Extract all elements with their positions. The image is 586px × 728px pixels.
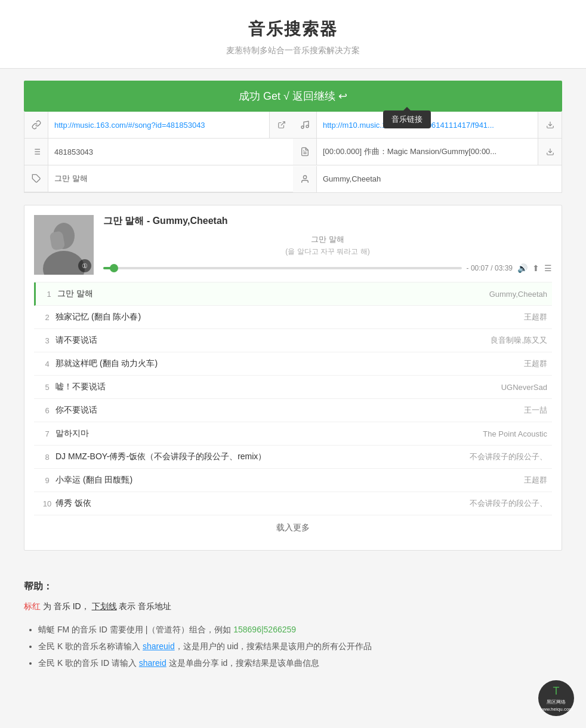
volume-icon[interactable]: 🔊	[517, 263, 528, 273]
help-shareid: shareid	[139, 658, 166, 668]
playlist-item[interactable]: 7말하지마The Point Acoustic	[34, 422, 552, 446]
playlist-item[interactable]: 9小幸运 (翻自 田馥甄)王超群	[34, 469, 552, 492]
music-icon	[293, 112, 317, 138]
help-shareuid: shareuid	[143, 641, 175, 651]
success-bar[interactable]: 成功 Get √ 返回继续 ↩	[24, 81, 562, 112]
player-card: ① 그만 말해 - Gummy,Cheetah 그만 말해 (을 알다고 자꾸 …	[24, 205, 562, 551]
playlist-name: 那就这样吧 (翻自 动力火车)	[55, 358, 524, 369]
track-title: 그만 말해 - Gummy,Cheetah	[103, 215, 552, 228]
playlist-item[interactable]: 3请不要说话良音制噪,陈又又	[34, 329, 552, 352]
playlist-name: 傅秀 饭依	[55, 498, 470, 509]
playlist-artist: 良音制噪,陈又又	[491, 335, 547, 346]
progress-bar-container: - 00:07 / 03:39 🔊 ⬆ ☰	[103, 263, 552, 273]
info-grid: http://music.163.com/#/song?id=481853043	[24, 112, 562, 193]
header-section: 音乐搜索器 麦葱特制多站合一音乐搜索解决方案	[0, 0, 586, 69]
playlist-name: 独家记忆 (翻自 陈小春)	[55, 312, 524, 322]
link-icon	[24, 112, 48, 138]
music-link-tooltip: 音乐链接	[383, 110, 431, 128]
playlist-artist: 不会讲段子的段公子、	[470, 498, 547, 509]
lyrics-line1: 그만 말해	[103, 234, 552, 246]
playlist-name: 你不要说话	[55, 405, 524, 416]
lyrics-value: [00:00.000] 作曲：Magic Mansion/Gummy[00:00…	[317, 146, 538, 157]
progress-track[interactable]	[103, 267, 462, 269]
info-row-id: 481853043	[24, 139, 293, 165]
help-title: 帮助：	[24, 580, 562, 593]
watermark-logo: T	[553, 684, 560, 695]
playlist-item[interactable]: 1그만 말해Gummy,Cheetah	[34, 282, 552, 306]
load-more-button[interactable]: 载入更多	[34, 515, 552, 540]
page-subtitle: 麦葱特制多站合一音乐搜索解决方案	[0, 45, 586, 56]
playlist-item[interactable]: 8DJ MMZ-BOY-傅秀-饭依（不会讲段子的段公子、remix）不会讲段子的…	[34, 446, 552, 469]
help-section: 帮助： 标红 为 音乐 ID， 下划线 表示 音乐地址 蜻蜓 FM 的音乐 ID…	[0, 580, 586, 671]
current-time: - 00:07	[467, 264, 489, 272]
help-list: 蜻蜓 FM 的音乐 ID 需要使用 |（管道符）组合，例如 158696|526…	[24, 621, 562, 671]
artist-value: Gummy,Cheetah	[317, 174, 562, 183]
playlist-name: 嘘！不要说话	[55, 382, 501, 392]
lyrics-display: 그만 말해 (을 알다고 자꾸 뭐라고 해)	[103, 234, 552, 257]
song-name-value: 그만 말해	[48, 173, 293, 184]
playlist-item[interactable]: 10傅秀 饭依不会讲段子的段公子、	[34, 492, 552, 515]
playlist-name: 请不要说话	[55, 335, 491, 346]
svg-point-14	[303, 176, 306, 179]
person-icon	[293, 166, 317, 192]
playlist-name: 말하지마	[55, 428, 483, 439]
playlist: 1그만 말해Gummy,Cheetah2独家记忆 (翻自 陈小春)王超群3请不要…	[34, 282, 552, 515]
help-red-text: 标红	[24, 601, 41, 611]
share-icon[interactable]: ⬆	[532, 263, 539, 273]
playlist-num: 2	[39, 313, 55, 322]
total-time: 03:39	[495, 264, 513, 272]
help-text-1: 为 音乐 ID，	[43, 601, 90, 611]
playlist-name: DJ MMZ-BOY-傅秀-饭依（不会讲段子的段公子、remix）	[55, 451, 470, 462]
svg-point-2	[306, 125, 309, 128]
time-display: - 00:07 / 03:39	[467, 264, 513, 272]
tag-icon	[24, 165, 48, 192]
lyrics-line2: (을 알다고 자꾸 뭐라고 해)	[103, 246, 552, 257]
playlist-num: 4	[39, 360, 55, 368]
playlist-artist: 王超群	[524, 312, 547, 322]
playlist-artist: Gummy,Cheetah	[489, 290, 547, 299]
playlist-artist: 王一喆	[524, 405, 547, 416]
playlist-item[interactable]: 5嘘！不要说话UGNeverSad	[34, 376, 552, 399]
svg-point-1	[301, 126, 304, 128]
playlist-artist: The Point Acoustic	[483, 429, 547, 438]
playlist-num: 3	[39, 336, 55, 345]
playlist-num: 8	[39, 453, 55, 462]
album-badge: ①	[78, 259, 91, 272]
playlist-toggle-icon[interactable]: ☰	[544, 263, 552, 273]
player-top: ① 그만 말해 - Gummy,Cheetah 그만 말해 (을 알다고 자꾸 …	[34, 215, 552, 275]
player-info: 그만 말해 - Gummy,Cheetah 그만 말해 (을 알다고 자꾸 뭐라…	[103, 215, 552, 273]
playlist-num: 10	[39, 499, 55, 508]
help-item-2: 全民 K 歌的音乐名称请输入 shareuid，这是用户的 uid，搜索结果是该…	[38, 638, 562, 655]
info-row-url: http://music.163.com/#/song?id=481853043	[24, 112, 293, 139]
playlist-artist: 王超群	[524, 358, 547, 369]
list-icon	[24, 139, 48, 165]
svg-line-0	[280, 122, 284, 125]
info-row-song-name: 그만 말해	[24, 165, 293, 192]
help-example-1: 158696|5266259	[233, 625, 296, 634]
open-url-button[interactable]	[269, 112, 293, 138]
playlist-artist: 王超群	[524, 475, 547, 486]
playlist-item[interactable]: 4那就这样吧 (翻自 动力火车)王超群	[34, 352, 552, 376]
player-controls: 🔊 ⬆ ☰	[517, 263, 552, 273]
playlist-num: 6	[39, 406, 55, 415]
doc-icon	[293, 139, 317, 165]
playlist-item[interactable]: 6你不要说话王一喆	[34, 399, 552, 422]
playlist-item[interactable]: 2独家记忆 (翻自 陈小春)王超群	[34, 306, 552, 329]
playlist-artist: UGNeverSad	[501, 383, 547, 392]
help-underline-text: 下划线	[92, 601, 117, 611]
playlist-num: 9	[39, 476, 55, 485]
help-text-2: 表示 音乐地址	[119, 601, 171, 611]
song-id-value: 481853043	[48, 148, 293, 156]
song-url-value: http://music.163.com/#/song?id=481853043	[48, 121, 269, 130]
progress-thumb	[110, 264, 118, 272]
playlist-name: 小幸运 (翻自 田馥甄)	[55, 475, 524, 486]
download-music-button[interactable]	[538, 112, 562, 138]
album-art: ①	[34, 215, 94, 275]
playlist-num: 1	[41, 290, 57, 299]
help-desc: 标红 为 音乐 ID， 下划线 表示 音乐地址	[24, 599, 562, 614]
download-lyrics-button[interactable]	[538, 139, 562, 165]
help-item-3: 全民 K 歌的音乐 ID 请输入 shareid 这是单曲分享 id，搜索结果是…	[38, 655, 562, 671]
help-item-1: 蜻蜓 FM 的音乐 ID 需要使用 |（管道符）组合，例如 158696|526…	[38, 621, 562, 638]
playlist-num: 5	[39, 383, 55, 392]
playlist-artist: 不会讲段子的段公子、	[470, 451, 547, 462]
